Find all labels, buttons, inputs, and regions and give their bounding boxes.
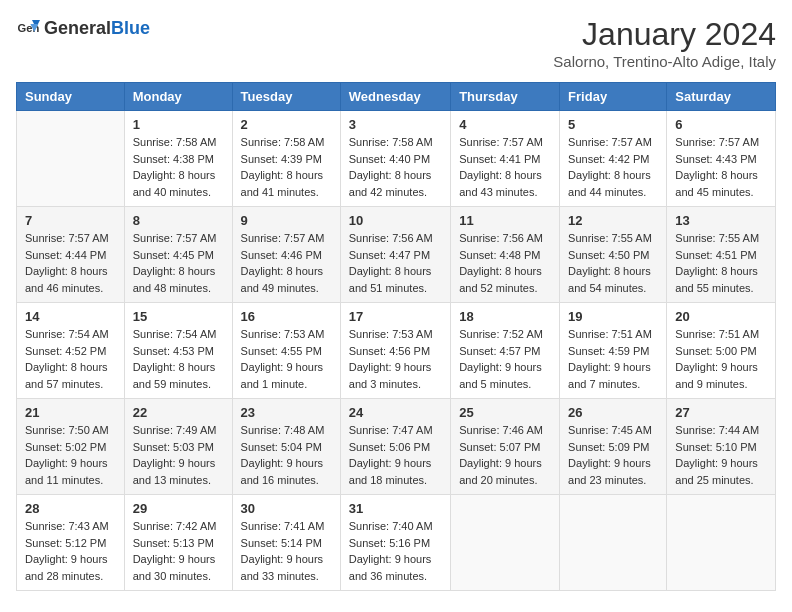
sunrise-text: Sunrise: 7:56 AM [349,232,433,244]
daylight-text: Daylight: 9 hours and 18 minutes. [349,457,432,486]
sunrise-text: Sunrise: 7:56 AM [459,232,543,244]
day-number: 29 [133,501,224,516]
sunset-text: Sunset: 4:38 PM [133,153,214,165]
calendar-day-cell: 16 Sunrise: 7:53 AM Sunset: 4:55 PM Dayl… [232,303,340,399]
day-number: 17 [349,309,442,324]
sunset-text: Sunset: 5:12 PM [25,537,106,549]
calendar-table: SundayMondayTuesdayWednesdayThursdayFrid… [16,82,776,591]
day-of-week-header: Monday [124,83,232,111]
day-info: Sunrise: 7:40 AM Sunset: 5:16 PM Dayligh… [349,518,442,584]
day-number: 24 [349,405,442,420]
daylight-text: Daylight: 8 hours and 48 minutes. [133,265,216,294]
sunrise-text: Sunrise: 7:43 AM [25,520,109,532]
calendar-week-row: 14 Sunrise: 7:54 AM Sunset: 4:52 PM Dayl… [17,303,776,399]
sunrise-text: Sunrise: 7:55 AM [675,232,759,244]
calendar-day-cell: 1 Sunrise: 7:58 AM Sunset: 4:38 PM Dayli… [124,111,232,207]
day-number: 21 [25,405,116,420]
day-info: Sunrise: 7:55 AM Sunset: 4:51 PM Dayligh… [675,230,767,296]
sunrise-text: Sunrise: 7:50 AM [25,424,109,436]
day-info: Sunrise: 7:57 AM Sunset: 4:46 PM Dayligh… [241,230,332,296]
sunset-text: Sunset: 4:57 PM [459,345,540,357]
calendar-day-cell: 12 Sunrise: 7:55 AM Sunset: 4:50 PM Dayl… [560,207,667,303]
day-of-week-header: Friday [560,83,667,111]
day-info: Sunrise: 7:58 AM Sunset: 4:38 PM Dayligh… [133,134,224,200]
day-info: Sunrise: 7:44 AM Sunset: 5:10 PM Dayligh… [675,422,767,488]
day-info: Sunrise: 7:55 AM Sunset: 4:50 PM Dayligh… [568,230,658,296]
sunrise-text: Sunrise: 7:57 AM [241,232,325,244]
sunset-text: Sunset: 4:44 PM [25,249,106,261]
day-info: Sunrise: 7:45 AM Sunset: 5:09 PM Dayligh… [568,422,658,488]
day-of-week-header: Saturday [667,83,776,111]
day-info: Sunrise: 7:43 AM Sunset: 5:12 PM Dayligh… [25,518,116,584]
day-number: 10 [349,213,442,228]
daylight-text: Daylight: 8 hours and 52 minutes. [459,265,542,294]
calendar-day-cell [17,111,125,207]
calendar-day-cell: 14 Sunrise: 7:54 AM Sunset: 4:52 PM Dayl… [17,303,125,399]
sunrise-text: Sunrise: 7:52 AM [459,328,543,340]
calendar-week-row: 7 Sunrise: 7:57 AM Sunset: 4:44 PM Dayli… [17,207,776,303]
daylight-text: Daylight: 8 hours and 51 minutes. [349,265,432,294]
sunset-text: Sunset: 4:55 PM [241,345,322,357]
calendar-day-cell: 18 Sunrise: 7:52 AM Sunset: 4:57 PM Dayl… [451,303,560,399]
sunset-text: Sunset: 4:59 PM [568,345,649,357]
day-number: 11 [459,213,551,228]
sunset-text: Sunset: 5:07 PM [459,441,540,453]
logo-text-general: General [44,18,111,38]
sunset-text: Sunset: 4:39 PM [241,153,322,165]
month-title: January 2024 [553,16,776,53]
sunset-text: Sunset: 4:53 PM [133,345,214,357]
sunset-text: Sunset: 4:48 PM [459,249,540,261]
daylight-text: Daylight: 8 hours and 43 minutes. [459,169,542,198]
sunrise-text: Sunrise: 7:53 AM [241,328,325,340]
day-number: 12 [568,213,658,228]
day-info: Sunrise: 7:53 AM Sunset: 4:55 PM Dayligh… [241,326,332,392]
calendar-day-cell: 8 Sunrise: 7:57 AM Sunset: 4:45 PM Dayli… [124,207,232,303]
daylight-text: Daylight: 9 hours and 28 minutes. [25,553,108,582]
sunset-text: Sunset: 5:10 PM [675,441,756,453]
day-number: 20 [675,309,767,324]
day-number: 5 [568,117,658,132]
day-number: 22 [133,405,224,420]
sunrise-text: Sunrise: 7:48 AM [241,424,325,436]
sunset-text: Sunset: 4:46 PM [241,249,322,261]
day-info: Sunrise: 7:57 AM Sunset: 4:44 PM Dayligh… [25,230,116,296]
day-of-week-header: Tuesday [232,83,340,111]
sunset-text: Sunset: 5:06 PM [349,441,430,453]
calendar-day-cell: 31 Sunrise: 7:40 AM Sunset: 5:16 PM Dayl… [340,495,450,591]
day-number: 14 [25,309,116,324]
day-info: Sunrise: 7:41 AM Sunset: 5:14 PM Dayligh… [241,518,332,584]
calendar-day-cell: 23 Sunrise: 7:48 AM Sunset: 5:04 PM Dayl… [232,399,340,495]
day-of-week-header: Wednesday [340,83,450,111]
daylight-text: Daylight: 8 hours and 55 minutes. [675,265,758,294]
day-info: Sunrise: 7:51 AM Sunset: 4:59 PM Dayligh… [568,326,658,392]
day-info: Sunrise: 7:46 AM Sunset: 5:07 PM Dayligh… [459,422,551,488]
daylight-text: Daylight: 9 hours and 9 minutes. [675,361,758,390]
sunrise-text: Sunrise: 7:55 AM [568,232,652,244]
daylight-text: Daylight: 9 hours and 20 minutes. [459,457,542,486]
calendar-day-cell: 4 Sunrise: 7:57 AM Sunset: 4:41 PM Dayli… [451,111,560,207]
sunset-text: Sunset: 5:03 PM [133,441,214,453]
day-info: Sunrise: 7:52 AM Sunset: 4:57 PM Dayligh… [459,326,551,392]
calendar-day-cell: 30 Sunrise: 7:41 AM Sunset: 5:14 PM Dayl… [232,495,340,591]
day-info: Sunrise: 7:49 AM Sunset: 5:03 PM Dayligh… [133,422,224,488]
sunrise-text: Sunrise: 7:53 AM [349,328,433,340]
calendar-day-cell: 24 Sunrise: 7:47 AM Sunset: 5:06 PM Dayl… [340,399,450,495]
calendar-day-cell: 20 Sunrise: 7:51 AM Sunset: 5:00 PM Dayl… [667,303,776,399]
sunrise-text: Sunrise: 7:47 AM [349,424,433,436]
sunset-text: Sunset: 4:42 PM [568,153,649,165]
sunrise-text: Sunrise: 7:51 AM [675,328,759,340]
day-number: 27 [675,405,767,420]
daylight-text: Daylight: 9 hours and 25 minutes. [675,457,758,486]
calendar-day-cell [667,495,776,591]
calendar-day-cell: 10 Sunrise: 7:56 AM Sunset: 4:47 PM Dayl… [340,207,450,303]
day-info: Sunrise: 7:56 AM Sunset: 4:47 PM Dayligh… [349,230,442,296]
sunset-text: Sunset: 5:04 PM [241,441,322,453]
day-info: Sunrise: 7:57 AM Sunset: 4:41 PM Dayligh… [459,134,551,200]
calendar-day-cell: 22 Sunrise: 7:49 AM Sunset: 5:03 PM Dayl… [124,399,232,495]
day-number: 16 [241,309,332,324]
sunset-text: Sunset: 4:41 PM [459,153,540,165]
sunrise-text: Sunrise: 7:57 AM [459,136,543,148]
daylight-text: Daylight: 8 hours and 41 minutes. [241,169,324,198]
day-number: 30 [241,501,332,516]
calendar-header-row: SundayMondayTuesdayWednesdayThursdayFrid… [17,83,776,111]
